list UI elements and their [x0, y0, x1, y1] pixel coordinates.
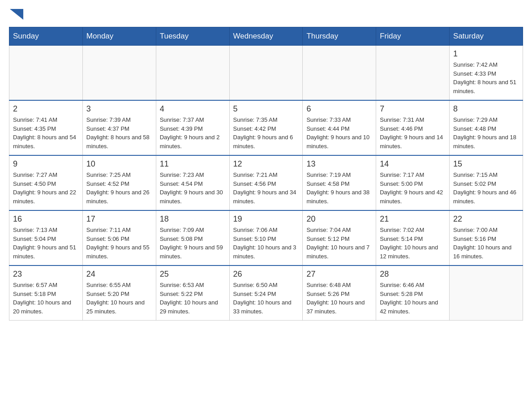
- calendar-cell: 9Sunrise: 7:27 AM Sunset: 4:50 PM Daylig…: [9, 155, 83, 210]
- calendar-cell: 23Sunrise: 6:57 AM Sunset: 5:18 PM Dayli…: [9, 265, 83, 321]
- calendar-table: Sunday Monday Tuesday Wednesday Thursday…: [9, 27, 523, 321]
- day-number: 24: [86, 270, 152, 279]
- day-info: Sunrise: 7:25 AM Sunset: 4:52 PM Dayligh…: [86, 171, 152, 206]
- day-info: Sunrise: 7:39 AM Sunset: 4:37 PM Dayligh…: [86, 116, 152, 150]
- logo: [9, 9, 24, 22]
- day-info: Sunrise: 6:53 AM Sunset: 5:22 PM Dayligh…: [160, 281, 226, 316]
- calendar-cell: 7Sunrise: 7:31 AM Sunset: 4:46 PM Daylig…: [376, 100, 450, 155]
- header-sunday: Sunday: [9, 27, 83, 46]
- calendar-cell: [156, 46, 229, 101]
- day-info: Sunrise: 7:17 AM Sunset: 5:00 PM Dayligh…: [380, 171, 446, 206]
- logo-icon: [10, 9, 23, 22]
- day-number: 15: [453, 159, 519, 169]
- calendar-cell: 25Sunrise: 6:53 AM Sunset: 5:22 PM Dayli…: [156, 265, 229, 321]
- calendar-cell: 4Sunrise: 7:37 AM Sunset: 4:39 PM Daylig…: [156, 100, 229, 155]
- day-info: Sunrise: 7:13 AM Sunset: 5:04 PM Dayligh…: [13, 226, 79, 261]
- calendar-week-row: 16Sunrise: 7:13 AM Sunset: 5:04 PM Dayli…: [9, 210, 523, 265]
- calendar-cell: 17Sunrise: 7:11 AM Sunset: 5:06 PM Dayli…: [82, 210, 156, 265]
- day-number: 28: [380, 270, 446, 279]
- day-number: 10: [86, 159, 152, 169]
- calendar-cell: [82, 46, 156, 101]
- day-number: 7: [380, 104, 446, 114]
- calendar-cell: 22Sunrise: 7:00 AM Sunset: 5:16 PM Dayli…: [450, 210, 523, 265]
- day-info: Sunrise: 7:27 AM Sunset: 4:50 PM Dayligh…: [13, 171, 79, 206]
- day-number: 9: [13, 159, 79, 169]
- day-number: 11: [160, 159, 226, 169]
- calendar-cell: 11Sunrise: 7:23 AM Sunset: 4:54 PM Dayli…: [156, 155, 229, 210]
- day-number: 25: [160, 270, 226, 279]
- day-number: 1: [453, 49, 519, 59]
- calendar-cell: 21Sunrise: 7:02 AM Sunset: 5:14 PM Dayli…: [376, 210, 450, 265]
- day-number: 23: [13, 270, 79, 279]
- day-info: Sunrise: 7:19 AM Sunset: 4:58 PM Dayligh…: [306, 171, 372, 206]
- calendar-cell: 5Sunrise: 7:35 AM Sunset: 4:42 PM Daylig…: [229, 100, 303, 155]
- day-number: 13: [306, 159, 372, 169]
- header: [9, 9, 523, 22]
- header-saturday: Saturday: [450, 27, 523, 46]
- calendar-cell: 13Sunrise: 7:19 AM Sunset: 4:58 PM Dayli…: [303, 155, 376, 210]
- calendar-cell: 20Sunrise: 7:04 AM Sunset: 5:12 PM Dayli…: [303, 210, 376, 265]
- day-number: 14: [380, 159, 446, 169]
- day-number: 5: [233, 104, 299, 114]
- calendar-cell: 6Sunrise: 7:33 AM Sunset: 4:44 PM Daylig…: [303, 100, 376, 155]
- day-number: 17: [86, 214, 152, 224]
- day-number: 20: [306, 214, 372, 224]
- day-number: 27: [306, 270, 372, 279]
- day-info: Sunrise: 7:04 AM Sunset: 5:12 PM Dayligh…: [306, 226, 372, 261]
- calendar-cell: 2Sunrise: 7:41 AM Sunset: 4:35 PM Daylig…: [9, 100, 83, 155]
- day-number: 12: [233, 159, 299, 169]
- day-info: Sunrise: 7:21 AM Sunset: 4:56 PM Dayligh…: [233, 171, 299, 206]
- calendar-cell: 8Sunrise: 7:29 AM Sunset: 4:48 PM Daylig…: [450, 100, 523, 155]
- day-number: 19: [233, 214, 299, 224]
- day-info: Sunrise: 7:37 AM Sunset: 4:39 PM Dayligh…: [160, 116, 226, 150]
- day-number: 21: [380, 214, 446, 224]
- day-info: Sunrise: 6:55 AM Sunset: 5:20 PM Dayligh…: [86, 281, 152, 316]
- calendar-cell: 12Sunrise: 7:21 AM Sunset: 4:56 PM Dayli…: [229, 155, 303, 210]
- calendar-cell: 18Sunrise: 7:09 AM Sunset: 5:08 PM Dayli…: [156, 210, 229, 265]
- calendar-cell: 26Sunrise: 6:50 AM Sunset: 5:24 PM Dayli…: [229, 265, 303, 321]
- day-number: 2: [13, 104, 79, 114]
- day-info: Sunrise: 7:31 AM Sunset: 4:46 PM Dayligh…: [380, 116, 446, 150]
- day-info: Sunrise: 7:33 AM Sunset: 4:44 PM Dayligh…: [306, 116, 372, 150]
- day-number: 3: [86, 104, 152, 114]
- calendar-cell: [9, 46, 83, 101]
- day-info: Sunrise: 7:35 AM Sunset: 4:42 PM Dayligh…: [233, 116, 299, 150]
- calendar-cell: 10Sunrise: 7:25 AM Sunset: 4:52 PM Dayli…: [82, 155, 156, 210]
- day-number: 4: [160, 104, 226, 114]
- day-number: 18: [160, 214, 226, 224]
- svg-marker-0: [10, 9, 23, 20]
- day-info: Sunrise: 7:09 AM Sunset: 5:08 PM Dayligh…: [160, 226, 226, 261]
- calendar-week-row: 1Sunrise: 7:42 AM Sunset: 4:33 PM Daylig…: [9, 46, 523, 101]
- day-info: Sunrise: 7:29 AM Sunset: 4:48 PM Dayligh…: [453, 116, 519, 150]
- header-wednesday: Wednesday: [229, 27, 303, 46]
- day-number: 8: [453, 104, 519, 114]
- calendar-cell: 27Sunrise: 6:48 AM Sunset: 5:26 PM Dayli…: [303, 265, 376, 321]
- day-number: 26: [233, 270, 299, 279]
- day-info: Sunrise: 7:41 AM Sunset: 4:35 PM Dayligh…: [13, 116, 79, 150]
- calendar-week-row: 23Sunrise: 6:57 AM Sunset: 5:18 PM Dayli…: [9, 265, 523, 321]
- day-info: Sunrise: 6:57 AM Sunset: 5:18 PM Dayligh…: [13, 281, 79, 316]
- day-info: Sunrise: 6:46 AM Sunset: 5:28 PM Dayligh…: [380, 281, 446, 316]
- calendar-week-row: 9Sunrise: 7:27 AM Sunset: 4:50 PM Daylig…: [9, 155, 523, 210]
- calendar-cell: 3Sunrise: 7:39 AM Sunset: 4:37 PM Daylig…: [82, 100, 156, 155]
- calendar-cell: [450, 265, 523, 321]
- calendar-cell: 14Sunrise: 7:17 AM Sunset: 5:00 PM Dayli…: [376, 155, 450, 210]
- day-info: Sunrise: 7:06 AM Sunset: 5:10 PM Dayligh…: [233, 226, 299, 261]
- calendar-cell: [303, 46, 376, 101]
- day-number: 16: [13, 214, 79, 224]
- day-info: Sunrise: 7:02 AM Sunset: 5:14 PM Dayligh…: [380, 226, 446, 261]
- calendar-cell: 24Sunrise: 6:55 AM Sunset: 5:20 PM Dayli…: [82, 265, 156, 321]
- header-tuesday: Tuesday: [156, 27, 229, 46]
- day-number: 22: [453, 214, 519, 224]
- calendar-cell: 16Sunrise: 7:13 AM Sunset: 5:04 PM Dayli…: [9, 210, 83, 265]
- calendar-week-row: 2Sunrise: 7:41 AM Sunset: 4:35 PM Daylig…: [9, 100, 523, 155]
- day-number: 6: [306, 104, 372, 114]
- day-info: Sunrise: 7:11 AM Sunset: 5:06 PM Dayligh…: [86, 226, 152, 261]
- day-info: Sunrise: 7:23 AM Sunset: 4:54 PM Dayligh…: [160, 171, 226, 206]
- header-monday: Monday: [82, 27, 156, 46]
- day-info: Sunrise: 6:50 AM Sunset: 5:24 PM Dayligh…: [233, 281, 299, 316]
- day-info: Sunrise: 7:42 AM Sunset: 4:33 PM Dayligh…: [453, 60, 519, 95]
- calendar-cell: [229, 46, 303, 101]
- header-friday: Friday: [376, 27, 450, 46]
- header-thursday: Thursday: [303, 27, 376, 46]
